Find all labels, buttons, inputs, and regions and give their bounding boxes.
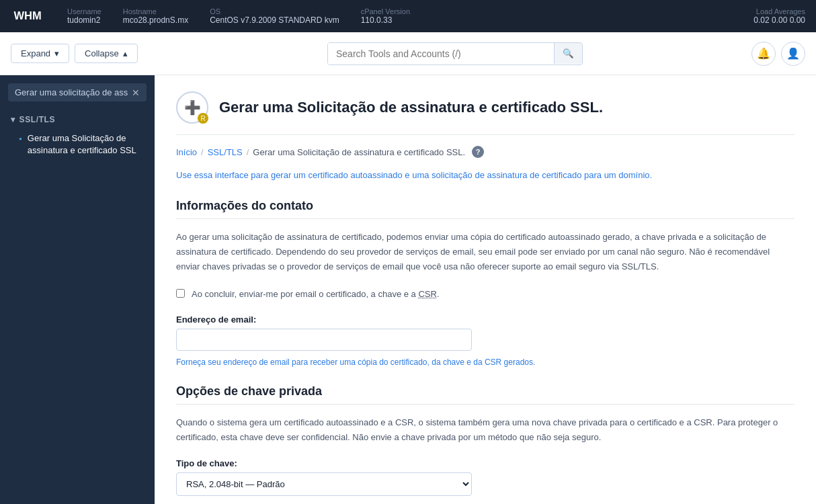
email-checkbox[interactable]: [176, 289, 185, 298]
search-box: 🔍: [327, 42, 583, 65]
sidebar: Gerar uma solicitação de ass ✕ ▾ SSL/TLS…: [0, 75, 155, 504]
user-button[interactable]: 👤: [781, 42, 805, 66]
chevron-down-icon: ▾: [11, 115, 15, 124]
chevron-down-icon: ▾: [54, 48, 59, 58]
sidebar-tag: Gerar uma solicitação de ass ✕: [8, 83, 147, 101]
private-key-body: Quando o sistema gera um certificado aut…: [176, 415, 794, 445]
meta-cpanel: cPanel Version 110.0.33: [361, 7, 410, 25]
email-checkbox-label[interactable]: Ao concluir, enviar-me por email o certi…: [192, 288, 440, 301]
search-input[interactable]: [328, 43, 554, 65]
header-icons: 🔔 👤: [751, 42, 805, 66]
sidebar-section-ssltls[interactable]: ▾ SSL/TLS: [0, 110, 155, 127]
private-key-heading: Opções de chave privada: [176, 384, 794, 405]
search-button[interactable]: 🔍: [554, 43, 582, 64]
search-icon: 🔍: [563, 48, 574, 58]
email-checkbox-row: Ao concluir, enviar-me por email o certi…: [176, 288, 794, 301]
breadcrumb-current: Gerar uma Solicitação de assinatura e ce…: [253, 147, 465, 157]
help-icon[interactable]: ?: [472, 146, 484, 158]
sidebar-item-gerar[interactable]: ● Gerar uma Solicitação de assinatura e …: [0, 127, 155, 162]
email-hint: Forneça seu endereço de email para receb…: [176, 356, 794, 368]
meta-group: Username tudomin2 Hostname mco28.prodnS.…: [67, 7, 753, 25]
breadcrumb-home[interactable]: Início: [176, 147, 197, 157]
whm-logo: WHM: [11, 5, 51, 28]
intro-text: Use essa interface para gerar um certifi…: [176, 169, 794, 183]
meta-username: Username tudomin2: [67, 7, 101, 25]
bell-icon: 🔔: [757, 47, 770, 60]
plus-icon: ➕: [184, 99, 201, 116]
key-type-select[interactable]: RSA, 2.048-bit — Padrão RSA, 4.096-bit E…: [176, 472, 472, 496]
svg-text:WHM: WHM: [14, 9, 42, 22]
main-content: ➕ R Gerar uma Solicitação de assinatura …: [155, 75, 816, 504]
page-title: Gerar uma Solicitação de assinatura e ce…: [219, 99, 603, 116]
contact-body: Ao gerar uma solicitação de assinatura d…: [176, 230, 794, 274]
close-tag-button[interactable]: ✕: [132, 88, 140, 97]
chevron-up-icon: ▴: [123, 48, 128, 58]
csr-abbr: CSR: [418, 289, 436, 299]
page-icon-badge: R: [198, 113, 208, 124]
email-input[interactable]: [176, 329, 472, 351]
main-layout: Gerar uma solicitação de ass ✕ ▾ SSL/TLS…: [0, 75, 816, 504]
meta-hostname: Hostname mco28.prodnS.mx: [123, 7, 188, 25]
bullet-icon: ●: [19, 135, 22, 142]
email-label: Endereço de email:: [176, 314, 794, 325]
breadcrumb: Início / SSL/TLS / Gerar uma Solicitação…: [176, 146, 794, 158]
user-icon: 👤: [786, 47, 800, 60]
contact-heading: Informações do contato: [176, 199, 794, 219]
key-type-label: Tipo de chave:: [176, 458, 794, 468]
header: Expand ▾ Collapse ▴ 🔍 🔔 👤: [0, 32, 816, 75]
header-left: Expand ▾ Collapse ▴: [11, 44, 159, 63]
meta-os: OS CentOS v7.9.2009 STANDARD kvm: [210, 7, 339, 25]
expand-button[interactable]: Expand ▾: [11, 44, 69, 63]
load-averages: Load Averages 0.02 0.00 0.00: [753, 7, 805, 25]
breadcrumb-ssltls[interactable]: SSL/TLS: [208, 147, 243, 157]
page-header: ➕ R Gerar uma Solicitação de assinatura …: [176, 91, 794, 135]
collapse-button[interactable]: Collapse ▴: [75, 44, 138, 63]
page-icon: ➕ R: [176, 91, 208, 124]
bell-button[interactable]: 🔔: [751, 42, 776, 66]
top-bar: WHM Username tudomin2 Hostname mco28.pro…: [0, 0, 816, 32]
header-search: 🔍: [167, 42, 743, 65]
